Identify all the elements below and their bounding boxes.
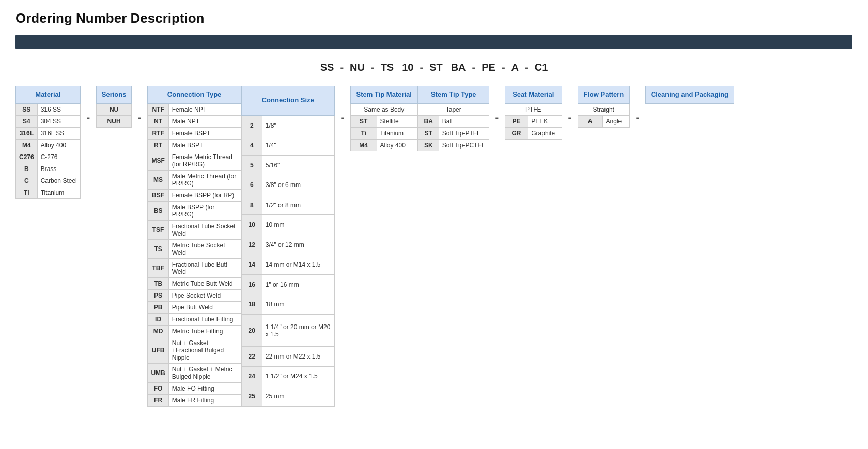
- cleaning-header: Cleaning and Packaging: [645, 86, 734, 104]
- conn-size-code: 6: [241, 175, 262, 195]
- conn-type-code: UMB: [148, 363, 168, 382]
- conn-type-code: MSF: [148, 151, 168, 170]
- conn-type-code: MD: [148, 325, 168, 337]
- tables-container: Material SS 316 SS S4 304 SS 316L 316L S…: [16, 86, 853, 407]
- table-row: GR Graphite: [505, 127, 562, 139]
- seg-c1: C1: [531, 61, 552, 73]
- table-row: TS Metric Tube Socket Weld: [148, 239, 241, 258]
- series-code: NUH: [96, 115, 132, 127]
- conn-size-code: 16: [241, 275, 262, 295]
- table-row: TI Titanium: [16, 187, 81, 198]
- conn-type-desc: Male BSPP (for PR/RG): [168, 201, 241, 220]
- table-row: SK Soft Tip-PCTFE: [418, 139, 489, 151]
- stem-tip-type-desc: Ball: [439, 115, 489, 127]
- stem-tip-type-desc: Soft Tip-PCTFE: [439, 139, 489, 151]
- conn-size-code: 4: [241, 135, 262, 156]
- conn-type-code: TBF: [148, 258, 168, 277]
- conn-type-desc: Pipe Butt Weld: [168, 301, 241, 313]
- table-row: Ti Titanium: [350, 127, 417, 139]
- table-row: FO Male FO Fitting: [148, 382, 241, 394]
- material-code: C276: [16, 151, 38, 163]
- table-row: 22 22 mm or M22 x 1.5: [241, 347, 334, 367]
- conn-size-desc: 1" or 16 mm: [262, 275, 334, 295]
- table-row: TBF Fractional Tube Butt Weld: [148, 258, 241, 277]
- table-row: PS Pipe Socket Weld: [148, 289, 241, 301]
- conn-size-desc: 22 mm or M22 x 1.5: [262, 347, 334, 367]
- conn-type-code: ID: [148, 313, 168, 325]
- conn-size-code: 12: [241, 235, 262, 255]
- stem-tip-type-code: BA: [418, 115, 439, 127]
- table-row: Same as Body: [350, 103, 417, 115]
- table-row: NUH: [96, 115, 132, 127]
- seg-10: 10: [398, 61, 417, 73]
- separator-2: -: [132, 86, 147, 123]
- stem-tip-material-header: Stem Tip Material: [350, 86, 417, 104]
- conn-type-desc: Male BSPT: [168, 139, 241, 151]
- conn-size-desc: 1/2" or 8 mm: [262, 195, 334, 215]
- conn-size-desc: 18 mm: [262, 295, 334, 315]
- material-code: TI: [16, 187, 38, 198]
- conn-type-desc: Metric Tube Butt Weld: [168, 277, 241, 289]
- conn-type-desc: Nut + Gasket +Fractional Bulged Nipple: [168, 337, 241, 363]
- connection-group: Connection Type NTF Female NPT NT Male N…: [147, 86, 334, 407]
- table-row: C Carbon Steel: [16, 175, 81, 187]
- conn-type-header: Connection Type: [148, 86, 241, 104]
- conn-type-code: FO: [148, 382, 168, 394]
- table-row: 5 5/16": [241, 155, 334, 175]
- table-row: FR Male FR Fitting: [148, 394, 241, 406]
- material-header: Material: [16, 86, 81, 104]
- conn-size-code: 10: [241, 215, 262, 235]
- conn-size-code: 8: [241, 195, 262, 215]
- table-row: 14 14 mm or M14 x 1.5: [241, 255, 334, 275]
- table-row: RTF Female BSPT: [148, 127, 241, 139]
- material-desc: Brass: [37, 163, 80, 175]
- dash-4: -: [470, 61, 478, 73]
- conn-type-desc: Metric Tube Fitting: [168, 325, 241, 337]
- conn-type-desc: Nut + Gasket + Metric Bulged Nipple: [168, 363, 241, 382]
- seat-mat-code: GR: [505, 127, 528, 139]
- stem-tip-mat-desc: Titanium: [377, 127, 417, 139]
- table-row: BA Ball: [418, 115, 489, 127]
- stem-tip-type-code: SK: [418, 139, 439, 151]
- material-desc: 316L SS: [37, 127, 80, 139]
- separator-3: -: [335, 86, 350, 123]
- seat-mat-desc: Graphite: [528, 127, 562, 139]
- seg-ss: SS: [316, 61, 338, 73]
- table-row: ID Fractional Tube Fitting: [148, 313, 241, 325]
- conn-size-desc: 1 1/4" or 20 mm or M20 x 1.5: [262, 315, 334, 347]
- conn-size-desc: 1/8": [262, 115, 334, 135]
- dash-5: -: [500, 61, 507, 73]
- flow-group: Flow Pattern Straight A Angle: [578, 86, 630, 128]
- stem-tip-type-desc: Soft Tip-PTFE: [439, 127, 489, 139]
- conn-size-code: 5: [241, 155, 262, 175]
- conn-size-desc: 25 mm: [262, 386, 334, 407]
- table-row: 8 1/2" or 8 mm: [241, 195, 334, 215]
- table-row: PTFE: [505, 103, 562, 115]
- conn-type-desc: Female BSPT: [168, 127, 241, 139]
- seat-material-header: Seat Material: [505, 86, 562, 104]
- table-row: 16 1" or 16 mm: [241, 275, 334, 295]
- dash-6: -: [523, 61, 531, 73]
- table-row: NT Male NPT: [148, 115, 241, 127]
- material-desc: Alloy 400: [37, 139, 80, 151]
- stem-tip-type-header: Stem Tip Type: [418, 86, 489, 104]
- series-code: NU: [96, 103, 132, 115]
- conn-type-desc: Pipe Socket Weld: [168, 289, 241, 301]
- stem-group: Stem Tip Material Same as Body ST Stelli…: [350, 86, 489, 151]
- material-desc: 304 SS: [37, 115, 80, 127]
- conn-size-code: 20: [241, 315, 262, 347]
- material-desc: C-276: [37, 151, 80, 163]
- seat-group: Seat Material PTFE PE PEEK GR Graphite: [505, 86, 562, 140]
- material-code: SS: [16, 103, 38, 115]
- dash-3: -: [417, 61, 425, 73]
- conn-type-desc: Male FR Fitting: [168, 394, 241, 406]
- seg-ba: BA: [447, 61, 470, 73]
- stem-tip-type-code: ST: [418, 127, 439, 139]
- material-desc: 316 SS: [37, 103, 80, 115]
- table-row: NTF Female NPT: [148, 103, 241, 115]
- series-group: Serions NU NUH: [96, 86, 132, 128]
- stem-tip-mat-desc: Stellite: [377, 115, 417, 127]
- conn-type-code: FR: [148, 394, 168, 406]
- conn-type-desc: Female BSPP (for RP): [168, 189, 241, 201]
- table-row: Taper: [418, 103, 489, 115]
